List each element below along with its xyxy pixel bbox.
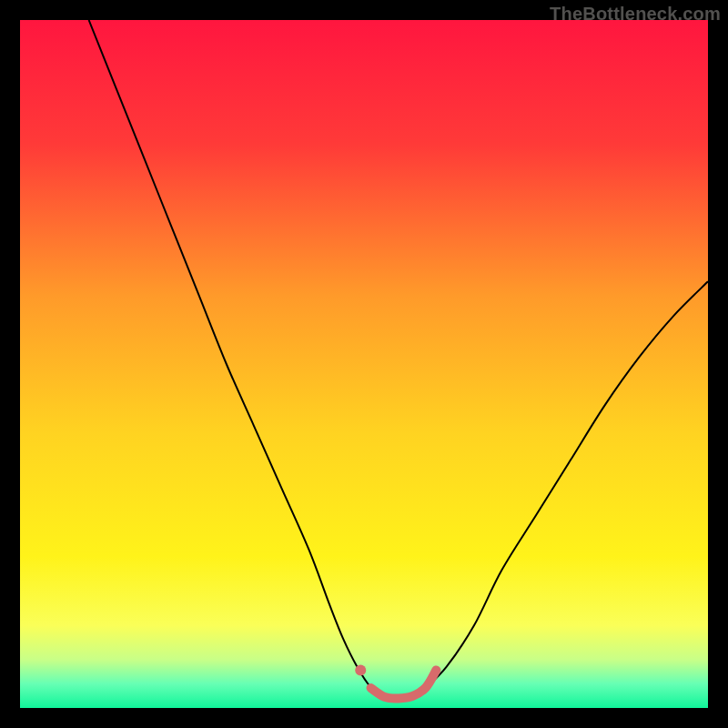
bottleneck-chart [20,20,708,708]
chart-frame: TheBottleneck.com [0,0,728,728]
optimal-point-marker [355,664,366,675]
attribution-text: TheBottleneck.com [550,4,721,25]
chart-plot-area [20,20,708,708]
gradient-background [20,20,708,708]
